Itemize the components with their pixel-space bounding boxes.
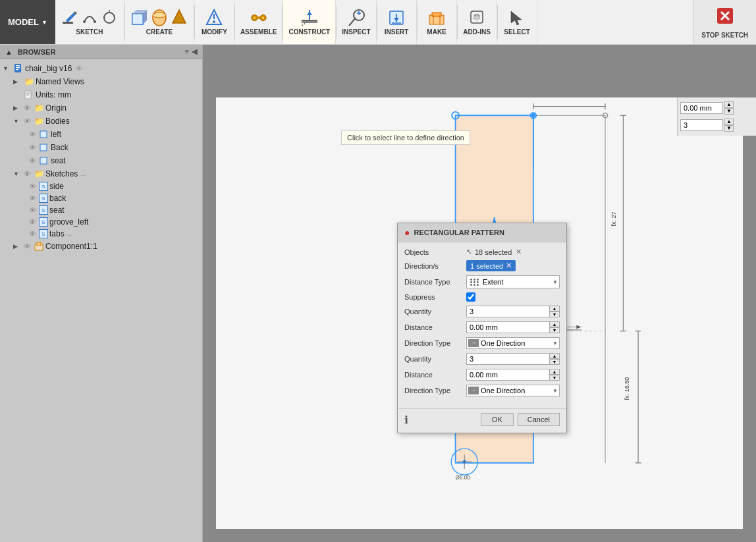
dim-input-num[interactable]: 3 — [680, 119, 723, 131]
svg-marker-19 — [307, 11, 312, 15]
toolbar-group-insert[interactable]: INSERT — [377, 0, 417, 44]
toolbar-group-select[interactable]: SELECT — [498, 0, 537, 44]
dialog-close-dot[interactable]: ● — [404, 227, 410, 238]
form-row-quantity2: Quantity 3 ▲ ▼ — [404, 353, 560, 365]
side-sketch-icon: S — [39, 182, 48, 191]
form-row-direction-type2: Direction Type → One Direction ▼ — [404, 385, 560, 396]
insert-icon — [387, 9, 406, 27]
toolbar-group-construct[interactable]: CONSTRUCT — [283, 0, 336, 44]
direction-type2-dropdown-arrow: ▼ — [553, 388, 558, 394]
direction-type1-dropdown-arrow: ▼ — [553, 340, 558, 346]
direction-type2-value: One Direction — [481, 387, 553, 394]
direction-type1-value: One Direction — [481, 339, 553, 347]
dialog-footer: ℹ OK Cancel — [398, 408, 566, 433]
quantity2-down[interactable]: ▼ — [549, 359, 560, 365]
toolbar-group-sketch[interactable]: SKETCH — [55, 0, 124, 44]
distance2-input[interactable]: 0.00 mm — [466, 369, 560, 381]
direction-type2-icon: → — [468, 387, 479, 394]
ok-button[interactable]: OK — [481, 413, 514, 426]
browser-collapse-icon[interactable]: ◀ — [192, 47, 197, 56]
directions-x-btn[interactable]: ✕ — [506, 261, 512, 270]
addins-icons — [468, 9, 486, 27]
dim-input-row-1: 0.00 mm ▲ ▼ — [680, 101, 753, 115]
units-arrow — [13, 92, 22, 98]
browser-item-component[interactable]: ▶ 👁 Component1:1 — [0, 240, 202, 253]
toolbar-group-make[interactable]: MAKE — [418, 0, 457, 44]
dim-down-button[interactable]: ▼ — [724, 108, 734, 115]
toolbar-group-modify[interactable]: MODIFY — [195, 0, 234, 44]
browser-item-back-sketch[interactable]: 👁 S back — [0, 192, 202, 204]
back-sketch-icon: S — [39, 194, 48, 203]
distance2-down[interactable]: ▼ — [549, 375, 560, 381]
left-label: left — [51, 130, 61, 139]
bodies-arrow: ▼ — [13, 118, 22, 124]
dim-input-value[interactable]: 0.00 mm — [680, 102, 723, 114]
quantity2-label: Quantity — [404, 355, 464, 363]
addins-label: ADD-INS — [463, 28, 491, 36]
directions-value: 1 selected — [470, 262, 503, 270]
browser-collapse-arrow[interactable]: ▲ — [5, 48, 13, 56]
quantity1-down[interactable]: ▼ — [549, 312, 560, 317]
toolbar-group-create[interactable]: CREATE — [125, 0, 194, 44]
dialog-title-text: RECTANGULAR PATTERN — [414, 229, 504, 236]
browser-item-seat-body[interactable]: 👁 seat — [0, 154, 202, 167]
quantity2-up[interactable]: ▲ — [549, 353, 560, 359]
browser-item-left[interactable]: 👁 left — [0, 128, 202, 141]
browser-item-units[interactable]: Units: mm — [0, 88, 202, 101]
browser-tree: ▼ chair_big v16 👁 ▶ 📁 Named Views Unit — [0, 59, 202, 542]
quantity1-wrapper: 3 ▲ ▼ — [466, 306, 560, 317]
toolbar-group-inspect[interactable]: INSPECT — [337, 0, 376, 44]
dim-num-up-button[interactable]: ▲ — [724, 119, 734, 125]
toolbar: MODEL ▼ — [0, 0, 756, 45]
browser-item-groove-left[interactable]: 👁 S groove_left — [0, 216, 202, 228]
browser-item-tabs[interactable]: 👁 S tabs ... — [0, 228, 202, 240]
browser-item-seat-sketch[interactable]: 👁 S seat — [0, 204, 202, 216]
browser-item-named-views[interactable]: ▶ 📁 Named Views — [0, 75, 202, 88]
distance1-control: 0.00 mm ▲ ▼ — [466, 321, 560, 333]
toolbar-group-assemble[interactable]: ASSEMBLE — [235, 0, 283, 44]
bodies-eye-icon: 👁 — [24, 117, 31, 125]
suppress-control — [466, 292, 560, 302]
browser-item-sketches[interactable]: ▼ 👁 📁 Sketches ... — [0, 167, 202, 180]
suppress-checkbox[interactable] — [466, 292, 475, 302]
back-body-icon — [39, 142, 49, 153]
distance1-down[interactable]: ▼ — [549, 327, 560, 333]
back-body-label: Back — [51, 143, 68, 152]
objects-label: Objects — [404, 248, 464, 256]
direction-type1-label: Direction Type — [404, 339, 464, 347]
bodies-folder-icon: 📁 — [34, 116, 44, 126]
browser-item-origin[interactable]: ▶ 👁 📁 Origin — [0, 101, 202, 115]
model-button[interactable]: MODEL ▼ — [0, 0, 55, 44]
stop-sketch-button[interactable]: STOP SKETCH — [693, 0, 756, 44]
quantity1-control: 3 ▲ ▼ — [466, 306, 560, 317]
browser-root-item[interactable]: ▼ chair_big v16 👁 — [0, 62, 202, 75]
component-eye-icon: 👁 — [24, 242, 31, 250]
svg-rect-52 — [37, 242, 41, 246]
distance1-up[interactable]: ▲ — [549, 321, 560, 327]
dialog-title-bar: ● RECTANGULAR PATTERN — [398, 223, 566, 242]
dim-up-button[interactable]: ▲ — [724, 101, 734, 108]
form-row-distance1: Distance 0.00 mm ▲ ▼ — [404, 321, 560, 333]
dialog-info-icon[interactable]: ℹ — [404, 414, 408, 426]
objects-x-btn[interactable]: ✕ — [516, 248, 522, 256]
sketch-icon1 — [61, 9, 79, 27]
distance1-wrapper: 0.00 mm ▲ ▼ — [466, 321, 560, 333]
browser-item-back[interactable]: 👁 Back — [0, 141, 202, 154]
directions-label: Direction/s — [404, 262, 464, 270]
directions-badge[interactable]: 1 selected ✕ — [466, 260, 516, 271]
toolbar-group-addins[interactable]: ADD-INS — [458, 0, 497, 44]
browser-more-icon[interactable]: ≡ — [185, 47, 189, 56]
dim-num-down-button[interactable]: ▼ — [724, 125, 734, 132]
cancel-button[interactable]: Cancel — [518, 413, 560, 426]
browser-item-bodies[interactable]: ▼ 👁 📁 Bodies — [0, 115, 202, 128]
quantity2-input[interactable]: 3 — [466, 353, 560, 365]
model-dropdown-arrow: ▼ — [41, 19, 47, 26]
distance2-up[interactable]: ▲ — [549, 369, 560, 375]
distance1-input[interactable]: 0.00 mm — [466, 321, 560, 333]
quantity1-input[interactable]: 3 — [466, 306, 560, 317]
groove-left-sketch-icon: S — [39, 217, 48, 227]
quantity1-up[interactable]: ▲ — [549, 306, 560, 312]
distance-type-dropdown-arrow: ▼ — [553, 279, 558, 285]
browser-item-side[interactable]: 👁 S side — [0, 180, 202, 192]
objects-cursor-icon: ↖ — [466, 248, 472, 256]
